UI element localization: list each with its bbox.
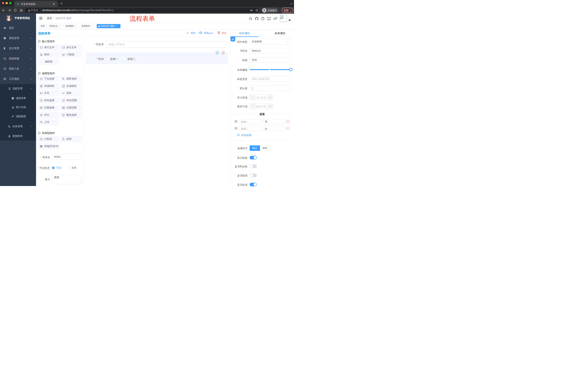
svg-text:123: 123	[62, 53, 65, 55]
